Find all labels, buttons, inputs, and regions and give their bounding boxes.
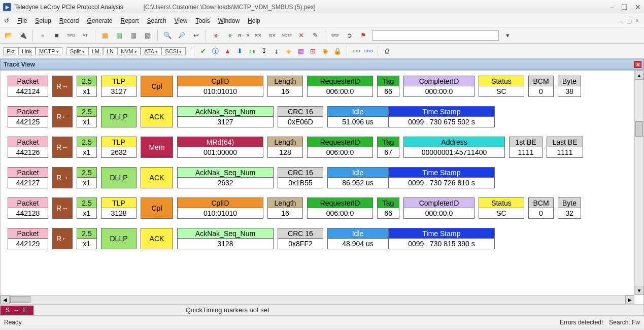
minimize-icon[interactable]: – <box>610 3 614 11</box>
menu-view[interactable]: View <box>175 17 188 24</box>
field-header: Length <box>267 137 303 147</box>
clear-filter-icon[interactable]: ✕ <box>295 30 307 41</box>
scroll-left-icon[interactable]: ◀ <box>1 295 10 304</box>
chart1-icon[interactable]: ⫾⫾ <box>247 46 257 56</box>
bus-icon[interactable]: ⊞ <box>308 46 318 56</box>
hscroll-thumb[interactable] <box>10 296 30 303</box>
zoom-in-icon[interactable]: 🔍 <box>162 30 173 41</box>
binary1-icon[interactable]: 0101 <box>351 46 361 56</box>
menu-window[interactable]: Window <box>218 17 240 24</box>
direction: R→ <box>52 76 73 97</box>
filter-mctp-icon[interactable]: MCTP <box>281 30 292 41</box>
view1-icon[interactable]: ▦ <box>99 30 111 41</box>
filter1-icon[interactable]: ⚹ <box>210 30 221 41</box>
status-errors[interactable]: Errors detected! <box>560 319 603 326</box>
gen: 2.5 <box>77 76 97 86</box>
packet-row[interactable]: Packet442125R←2.5x1DLLPACKAckNak_Seq_Num… <box>8 106 634 128</box>
info-icon[interactable]: ⓘ <box>211 46 221 56</box>
diamond-icon[interactable]: ◈ <box>284 46 294 56</box>
mdi-controls[interactable]: – ▢ × <box>619 17 640 24</box>
search-dropdown-icon[interactable]: ▾ <box>502 30 513 41</box>
menu-help[interactable]: Help <box>248 17 260 24</box>
goto-icon[interactable]: ➲ <box>344 30 355 41</box>
field-value: 0099 . 730 726 810 s <box>388 178 495 188</box>
field-value: 3127 <box>177 117 274 127</box>
grid-icon[interactable]: ▦ <box>296 46 306 56</box>
tab-mctp[interactable]: MCTP <box>36 47 62 55</box>
packet-row[interactable]: Packet442126R←2.5x1TLP2632MemMRd(64)001:… <box>8 137 634 159</box>
edit-filter-icon[interactable]: ✎ <box>310 30 321 41</box>
restore-window-icon[interactable]: ↺ <box>4 17 9 24</box>
menu-record[interactable]: Record <box>59 17 79 24</box>
scroll-right-icon[interactable]: ▶ <box>625 295 634 304</box>
field-header: Tag <box>377 76 399 86</box>
menu-report[interactable]: Report <box>120 17 139 24</box>
chart3-icon[interactable]: ↨ <box>272 46 282 56</box>
tab-lm[interactable]: LM <box>88 47 103 55</box>
packet-row[interactable]: Packet442127R→2.5x1DLLPACKAckNak_Seq_Num… <box>8 167 634 189</box>
field-value: 010:01010 <box>177 86 263 97</box>
menu-tools[interactable]: Tools <box>195 17 210 24</box>
packet-row[interactable]: Packet442129R←2.5x1DLLPACKAckNak_Seq_Num… <box>8 228 634 250</box>
tab-link[interactable]: Link <box>18 47 36 55</box>
plug-icon[interactable]: 🔌 <box>17 30 28 41</box>
packet-type: DLLP <box>101 106 137 127</box>
field-value: 86.952 us <box>327 178 388 188</box>
view2-icon[interactable]: ▤ <box>114 30 125 41</box>
download-icon[interactable]: ⬇ <box>235 46 245 56</box>
zoom-out-icon[interactable]: 🔎 <box>176 30 187 41</box>
binary2-icon[interactable]: 1010 <box>363 46 374 56</box>
close-icon[interactable]: ✕ <box>635 3 641 11</box>
filter-r2-icon[interactable]: R✕ <box>253 30 264 41</box>
horizontal-scrollbar[interactable]: ◀ ▶ <box>1 295 634 304</box>
tab-nvm[interactable]: NVM <box>117 47 141 55</box>
tab-ata[interactable]: ATA <box>141 47 161 55</box>
lock-icon[interactable]: 🔒 <box>332 46 343 56</box>
menu-search[interactable]: Search <box>147 17 166 24</box>
packet-row[interactable]: Packet442128R→2.5x1TLP3128CplCplID010:01… <box>8 197 634 220</box>
maximize-icon[interactable]: ☐ <box>621 3 628 11</box>
rt-icon[interactable]: RT <box>80 30 91 41</box>
menu-generate[interactable]: Generate <box>87 17 112 24</box>
binoculars-icon[interactable]: 👓 <box>329 30 341 41</box>
check-icon[interactable]: ✔ <box>198 46 209 56</box>
tab-ln[interactable]: LN <box>103 47 117 55</box>
open-icon[interactable]: 📂 <box>3 30 14 41</box>
menu-setup[interactable]: Setup <box>35 17 51 24</box>
marker-icon[interactable]: ⚑ <box>358 30 369 41</box>
chart2-icon[interactable]: ↧ <box>259 46 269 56</box>
wrap-icon[interactable]: ↩ <box>190 30 201 41</box>
scroll-thumb[interactable] <box>635 121 643 137</box>
scroll-up-icon[interactable]: ▲ <box>635 71 643 80</box>
upload-icon[interactable]: ▲ <box>223 46 233 56</box>
tab-split[interactable]: Split <box>66 47 88 55</box>
direction: R← <box>52 228 73 249</box>
tab-scsi[interactable]: SCSI <box>161 47 185 55</box>
gen: 2.5 <box>77 137 97 147</box>
field-value: 0099 . 730 675 502 s <box>388 117 495 127</box>
packet-label: Packet <box>8 76 48 86</box>
record-icon[interactable]: ● <box>37 30 48 41</box>
stop-icon[interactable]: ■ <box>51 30 62 41</box>
packet-row[interactable]: Packet442124R→2.5x1TLP3127CplCplID010:01… <box>8 76 634 98</box>
view4-icon[interactable]: ▧ <box>142 30 153 41</box>
filter2-icon[interactable]: ⚹ <box>224 30 235 41</box>
search-input[interactable] <box>372 30 499 41</box>
tpg-icon[interactable]: TPG <box>65 30 77 41</box>
filter-r-icon[interactable]: R←✕ <box>239 30 250 41</box>
tab-pkt[interactable]: Pkt <box>3 47 18 55</box>
field-header: Byte <box>558 197 581 208</box>
net-icon[interactable]: ◉ <box>320 46 330 56</box>
field-header: Length <box>267 197 303 208</box>
scroll-down-icon[interactable]: ▼ <box>635 286 643 295</box>
filter-s-icon[interactable]: S✕ <box>267 30 278 41</box>
menu-file[interactable]: File <box>17 17 27 24</box>
view3-icon[interactable]: ▥ <box>128 30 139 41</box>
field-header: CRC 16 <box>278 106 323 117</box>
vertical-scrollbar[interactable]: ▲ ▼ <box>634 71 643 295</box>
export-icon[interactable]: ⎙ <box>382 46 392 56</box>
separator <box>347 46 347 56</box>
panel-close-icon[interactable]: ✕ <box>634 61 641 68</box>
field-value: 00000001:45711400 <box>403 147 505 158</box>
se-marker-label[interactable]: S → E <box>1 306 33 315</box>
